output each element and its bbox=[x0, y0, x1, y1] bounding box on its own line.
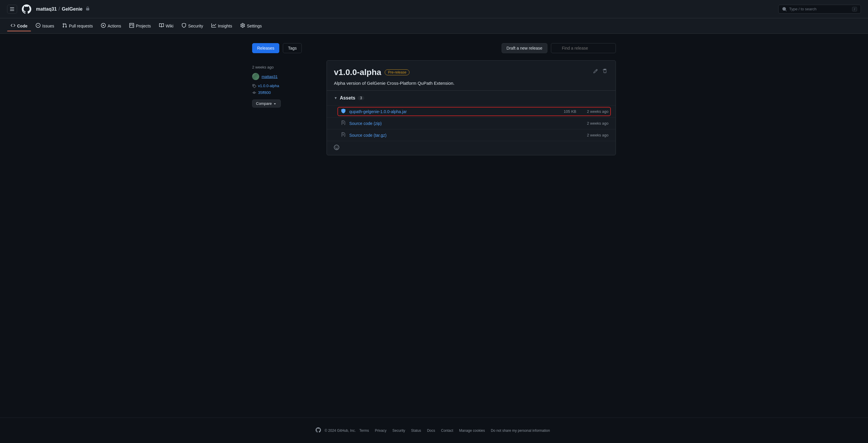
nav-label-code: Code bbox=[17, 24, 27, 28]
find-release-input[interactable] bbox=[551, 43, 616, 53]
targz-file-link[interactable]: Source code (tar.gz) bbox=[349, 133, 583, 138]
release-sidebar: 2 weeks ago mattaq31 v1.0.0-alpha 35ff80… bbox=[252, 60, 317, 108]
release-info: v1.0.0-alpha Pre-release Alpha version o… bbox=[334, 68, 455, 86]
lock-icon bbox=[86, 6, 90, 11]
nav-item-insights[interactable]: Insights bbox=[208, 21, 236, 31]
zip-file-icon bbox=[341, 120, 346, 126]
zip-file-link[interactable]: Source code (zip) bbox=[349, 121, 583, 126]
asset-row-zip: Source code (zip) 2 weeks ago bbox=[327, 118, 616, 129]
pull-requests-icon bbox=[62, 23, 67, 29]
nav-label-issues: Issues bbox=[42, 24, 54, 28]
projects-icon bbox=[129, 23, 134, 29]
nav-item-wiki[interactable]: Wiki bbox=[156, 21, 177, 31]
emoji-icon bbox=[334, 145, 339, 150]
edit-icon bbox=[593, 69, 598, 73]
insights-icon bbox=[211, 23, 216, 29]
compare-label: Compare bbox=[256, 101, 272, 106]
assets-chevron: ▼ bbox=[334, 96, 337, 100]
nav-label-insights: Insights bbox=[218, 24, 232, 28]
release-card-actions bbox=[592, 68, 609, 76]
nav-label-actions: Actions bbox=[107, 24, 121, 28]
wiki-icon bbox=[159, 23, 164, 29]
release-layout: 2 weeks ago mattaq31 v1.0.0-alpha 35ff80… bbox=[252, 60, 616, 155]
breadcrumb-separator: / bbox=[58, 6, 60, 12]
avatar bbox=[252, 73, 259, 80]
nav-item-issues[interactable]: Issues bbox=[32, 21, 58, 31]
footer: © 2024 GitHub, Inc. Terms Privacy Securi… bbox=[0, 418, 868, 443]
sidebar-username-link[interactable]: mattaq31 bbox=[261, 75, 278, 79]
footer-link-docs[interactable]: Docs bbox=[427, 429, 435, 433]
jar-file-size: 105 KB bbox=[564, 109, 576, 114]
targz-file-icon bbox=[341, 132, 346, 138]
compare-button[interactable]: Compare bbox=[252, 99, 281, 108]
release-timestamp: 2 weeks ago bbox=[252, 65, 317, 69]
nav-item-actions[interactable]: Actions bbox=[97, 21, 125, 31]
assets-count: 3 bbox=[358, 96, 364, 100]
nav-item-security[interactable]: Security bbox=[178, 21, 207, 31]
actions-icon bbox=[101, 23, 106, 29]
footer-link-security[interactable]: Security bbox=[392, 429, 405, 433]
sidebar-commit-link[interactable]: 35ff800 bbox=[258, 90, 271, 95]
hamburger-button[interactable] bbox=[7, 5, 17, 13]
nav-label-pull-requests: Pull requests bbox=[69, 24, 93, 28]
delete-release-button[interactable] bbox=[601, 68, 609, 76]
jar-file-icon bbox=[341, 109, 346, 114]
nav-label-projects: Projects bbox=[136, 24, 151, 28]
jar-file-link[interactable]: qupath-gelgenie-1.0.0-alpha.jar bbox=[349, 109, 560, 114]
global-search[interactable]: Type / to search / bbox=[778, 5, 861, 13]
asset-row-jar: qupath-gelgenie-1.0.0-alpha.jar 105 KB 2… bbox=[327, 106, 616, 118]
footer-link-status[interactable]: Status bbox=[411, 429, 421, 433]
sidebar-tag: v1.0.0-alpha bbox=[252, 84, 317, 88]
nav-label-wiki: Wiki bbox=[166, 24, 173, 28]
tags-tab[interactable]: Tags bbox=[283, 43, 302, 53]
issues-icon bbox=[36, 23, 40, 29]
repo-nav: Code Issues Pull requests Actions bbox=[0, 18, 868, 34]
sidebar-tag-link[interactable]: v1.0.0-alpha bbox=[258, 84, 279, 88]
assets-header[interactable]: ▼ Assets 3 bbox=[327, 91, 616, 106]
nav-item-settings[interactable]: Settings bbox=[237, 21, 266, 31]
releases-tab[interactable]: Releases bbox=[252, 43, 279, 53]
footer-copyright: © 2024 GitHub, Inc. bbox=[324, 429, 356, 433]
nav-item-pull-requests[interactable]: Pull requests bbox=[59, 21, 96, 31]
breadcrumb-user[interactable]: mattaq31 bbox=[36, 6, 57, 12]
security-icon bbox=[182, 23, 186, 29]
assets-section: ▼ Assets 3 qupath-gelgenie-1.0.0-alpha.j… bbox=[327, 91, 616, 155]
search-icon bbox=[782, 7, 787, 11]
footer-link-manage-cookies[interactable]: Manage cookies bbox=[459, 429, 485, 433]
nav-label-security: Security bbox=[188, 24, 203, 28]
sidebar-commit: 35ff800 bbox=[252, 90, 317, 95]
top-nav: mattaq31 / GelGenie Type / to search / bbox=[0, 0, 868, 18]
search-placeholder: Type / to search bbox=[789, 7, 817, 11]
github-logo[interactable] bbox=[22, 4, 31, 14]
zip-file-date: 2 weeks ago bbox=[587, 121, 609, 125]
find-release-wrapper bbox=[551, 43, 616, 53]
add-reaction-button[interactable] bbox=[327, 141, 346, 155]
sidebar-user: mattaq31 bbox=[252, 73, 317, 80]
footer-link-privacy[interactable]: Privacy bbox=[375, 429, 386, 433]
release-title: v1.0.0-alpha bbox=[334, 68, 381, 77]
search-shortcut: / bbox=[852, 7, 857, 11]
footer-link-terms[interactable]: Terms bbox=[359, 429, 369, 433]
footer-github-logo bbox=[316, 427, 321, 434]
draft-release-button[interactable]: Draft a new release bbox=[502, 43, 547, 53]
settings-icon bbox=[240, 23, 245, 29]
chevron-down-icon bbox=[273, 101, 277, 106]
releases-actions: Draft a new release bbox=[502, 43, 616, 53]
footer-link-contact[interactable]: Contact bbox=[441, 429, 453, 433]
jar-file-date: 2 weeks ago bbox=[587, 109, 609, 114]
edit-release-button[interactable] bbox=[592, 68, 599, 76]
nav-label-settings: Settings bbox=[247, 24, 262, 28]
release-card: v1.0.0-alpha Pre-release Alpha version o… bbox=[327, 60, 616, 155]
pre-release-badge: Pre-release bbox=[385, 69, 409, 75]
main-content: Releases Tags Draft a new release 2 week… bbox=[245, 34, 623, 418]
nav-item-projects[interactable]: Projects bbox=[126, 21, 154, 31]
assets-title: Assets bbox=[340, 95, 355, 101]
breadcrumb-repo[interactable]: GelGenie bbox=[62, 6, 82, 12]
targz-file-date: 2 weeks ago bbox=[587, 133, 609, 137]
footer-link-do-not-share[interactable]: Do not share my personal information bbox=[491, 429, 550, 433]
breadcrumb: mattaq31 / GelGenie bbox=[36, 6, 90, 12]
release-description: Alpha version of GelGenie Cross-Platform… bbox=[334, 81, 455, 86]
tag-icon bbox=[252, 84, 256, 88]
asset-row-targz: Source code (tar.gz) 2 weeks ago bbox=[327, 129, 616, 141]
nav-item-code[interactable]: Code bbox=[7, 21, 31, 31]
